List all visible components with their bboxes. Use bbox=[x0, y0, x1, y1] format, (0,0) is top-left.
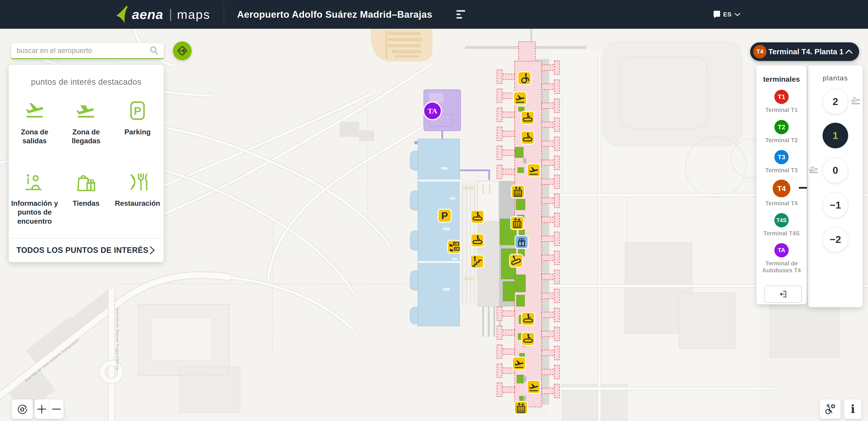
menu-icon[interactable] bbox=[457, 10, 465, 19]
map-marker-walkway[interactable] bbox=[471, 234, 484, 247]
map-marker-wheelchair[interactable] bbox=[518, 72, 531, 85]
map-marker-checkin[interactable] bbox=[447, 240, 461, 253]
poi-item-label: Información y puntos de encuentro bbox=[10, 199, 59, 226]
collapse-panel-button[interactable] bbox=[764, 286, 802, 303]
map-marker-walkway[interactable] bbox=[521, 111, 534, 124]
map-marker-elevator[interactable] bbox=[511, 217, 524, 229]
current-terminal-badge: T4 bbox=[753, 45, 767, 58]
ta-marker-label: TA bbox=[428, 107, 437, 115]
terminal-item-ta[interactable]: TA Terminal de Autobuses T4 bbox=[756, 243, 807, 274]
bus-terminal-marker[interactable]: TA bbox=[423, 101, 442, 120]
terminal-label: Terminal de Autobuses T4 bbox=[756, 260, 807, 274]
departures-plane-icon bbox=[23, 99, 46, 122]
restaurants-icon bbox=[126, 171, 149, 193]
reset-view-button[interactable] bbox=[12, 399, 33, 419]
floor-label: 2 bbox=[833, 96, 838, 107]
floor-button-2[interactable]: 2 bbox=[823, 89, 848, 114]
parking-building bbox=[410, 139, 460, 326]
floor-button-1[interactable]: 1 bbox=[823, 123, 848, 148]
terminal-badge-t2: T2 bbox=[774, 120, 788, 134]
terminal-badge-t4: T4 bbox=[773, 180, 790, 197]
search-icon[interactable] bbox=[149, 46, 158, 55]
poi-panel: puntos de interés destacados Zona de sal… bbox=[9, 65, 164, 262]
accessibility-button[interactable] bbox=[820, 399, 840, 419]
poi-item-label: Parking bbox=[113, 128, 162, 136]
floor-button-0[interactable]: 0 bbox=[823, 158, 848, 183]
zoom-in-button[interactable] bbox=[35, 399, 49, 419]
floor-label: 0 bbox=[833, 164, 838, 176]
map-marker-walkway[interactable] bbox=[522, 332, 534, 345]
brand-product: maps bbox=[177, 7, 210, 22]
floor-button-minus2[interactable]: −2 bbox=[823, 227, 848, 252]
language-selector[interactable]: ES bbox=[714, 0, 740, 29]
terminal-label: Terminal T1 bbox=[756, 106, 807, 114]
floor-button-minus1[interactable]: −1 bbox=[823, 192, 848, 218]
map-marker-escalator[interactable] bbox=[509, 254, 523, 267]
map-marker-plane[interactable] bbox=[527, 380, 540, 393]
minus-icon bbox=[52, 404, 61, 414]
terminal-item-t4s[interactable]: T4S Terminal T4S bbox=[756, 213, 807, 237]
language-bubble-icon bbox=[714, 10, 720, 19]
map-marker-gift[interactable] bbox=[515, 235, 528, 249]
arrivals-plane-icon bbox=[75, 99, 97, 122]
poi-item-arrivals[interactable]: Zona de llegadas bbox=[61, 99, 111, 145]
map-marker-walkway[interactable] bbox=[471, 210, 484, 223]
floors-heading: plantas bbox=[808, 74, 863, 82]
map-marker-walkway[interactable] bbox=[521, 131, 534, 144]
poi-item-shops[interactable]: Tiendas bbox=[61, 171, 111, 208]
app-header: aena | maps Aeropuerto Adolfo Suárez Mad… bbox=[0, 0, 868, 29]
current-selection-label: Terminal T4. Planta 1 bbox=[767, 47, 845, 56]
poi-item-label: Zona de salidas bbox=[10, 128, 59, 145]
shops-icon bbox=[75, 171, 97, 193]
terminal-item-t2[interactable]: T2 Terminal T2 bbox=[756, 120, 807, 144]
map-marker-walkway[interactable] bbox=[522, 312, 534, 325]
terminals-panel: terminales T1 Terminal T1 T2 Terminal T2… bbox=[756, 65, 807, 304]
zoom-controls bbox=[35, 399, 64, 419]
poi-item-information[interactable]: Información y puntos de encuentro bbox=[10, 171, 59, 226]
brand-logo[interactable]: aena | maps bbox=[116, 6, 210, 23]
terminal-badge-t1: T1 bbox=[774, 90, 788, 104]
terminal-item-t1[interactable]: T1 Terminal T1 bbox=[756, 90, 807, 114]
floor-0-arrivals-icon bbox=[808, 164, 820, 174]
street-label-fraga: Avenida de Manuel Fraga Iribarne bbox=[116, 307, 120, 370]
map-marker-parking[interactable] bbox=[438, 209, 451, 222]
information-point-icon bbox=[23, 171, 46, 193]
search-bar[interactable] bbox=[11, 43, 164, 59]
page-title: Aeropuerto Adolfo Suárez Madrid–Barajas bbox=[237, 9, 432, 20]
plus-icon bbox=[37, 404, 46, 414]
floor-label: −2 bbox=[830, 234, 841, 245]
poi-item-departures[interactable]: Zona de salidas bbox=[10, 99, 59, 145]
map-marker-stairs[interactable] bbox=[470, 255, 484, 268]
all-poi-link[interactable]: TODOS LOS PUNTOS DE INTERÉS bbox=[9, 238, 164, 262]
info-button[interactable]: i bbox=[844, 399, 862, 419]
exit-icon bbox=[778, 289, 788, 299]
map-marker-plane[interactable] bbox=[527, 164, 540, 177]
floor-label: 1 bbox=[833, 130, 838, 141]
terminal-label: Terminal T3 bbox=[756, 167, 807, 174]
terminal-badge-t3: T3 bbox=[774, 150, 788, 164]
poi-panel-heading: puntos de interés destacados bbox=[9, 77, 164, 87]
terminal-item-t3[interactable]: T3 Terminal T3 bbox=[756, 150, 807, 174]
accessibility-settings-icon bbox=[824, 403, 836, 415]
poi-item-restaurants[interactable]: Restauración bbox=[113, 171, 162, 208]
zoom-out-button[interactable] bbox=[49, 399, 64, 419]
language-code: ES bbox=[723, 11, 732, 18]
terminal-label: Terminal T2 bbox=[756, 137, 807, 144]
terminal-item-t4[interactable]: T4 Terminal T4 bbox=[756, 180, 807, 207]
map-marker-elevator[interactable] bbox=[512, 185, 524, 198]
directions-button[interactable] bbox=[173, 41, 192, 60]
chevron-down-icon bbox=[735, 13, 740, 16]
svg-text:P: P bbox=[134, 105, 141, 117]
map-marker-elevator[interactable] bbox=[515, 401, 527, 414]
search-input[interactable] bbox=[11, 46, 149, 55]
selected-terminal-dash bbox=[799, 187, 807, 189]
poi-item-label: Restauración bbox=[113, 199, 162, 208]
header-divider bbox=[224, 5, 224, 24]
map-marker-plane[interactable] bbox=[513, 357, 525, 370]
home-reset-icon bbox=[16, 403, 28, 415]
map-marker-plane[interactable] bbox=[514, 92, 527, 105]
terminal-label: Terminal T4S bbox=[756, 230, 807, 237]
poi-item-parking[interactable]: P Parking bbox=[113, 99, 162, 136]
current-selection-pill[interactable]: T4 Terminal T4. Planta 1 bbox=[750, 42, 859, 61]
terminal-label: Terminal T4 bbox=[756, 200, 807, 207]
